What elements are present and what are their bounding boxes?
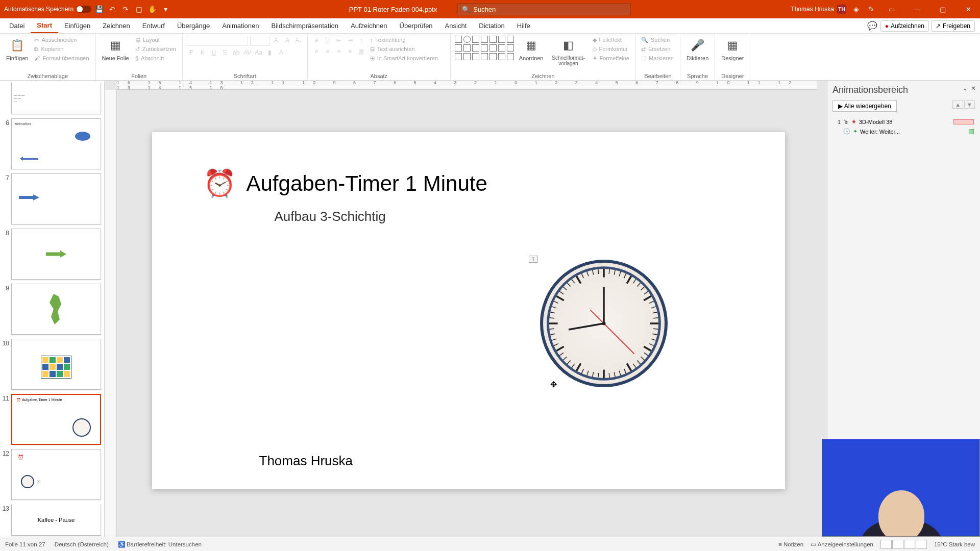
- shape-outline-button[interactable]: ◇ Formkontur: [592, 45, 632, 53]
- reset-button[interactable]: ↺ Zurücksetzen: [134, 45, 178, 53]
- tab-start[interactable]: Start: [31, 18, 58, 33]
- tab-ansicht[interactable]: Ansicht: [439, 18, 473, 33]
- paste-button[interactable]: 📋 Einfügen: [4, 36, 30, 62]
- tab-aufzeichnen[interactable]: Aufzeichnen: [345, 18, 394, 33]
- animpane-close-icon[interactable]: ✕: [971, 85, 976, 92]
- section-button[interactable]: § Abschnitt: [134, 54, 178, 62]
- indent-icon[interactable]: ⇥: [346, 36, 355, 45]
- clock-object[interactable]: 1: [540, 260, 668, 389]
- tab-ueberpruefen[interactable]: Überprüfen: [394, 18, 439, 33]
- replace-button[interactable]: ⇄ Ersetzen: [640, 45, 676, 53]
- case-icon[interactable]: Aa: [254, 48, 263, 57]
- tab-entwurf[interactable]: Entwurf: [136, 18, 171, 33]
- slide-thumb-10[interactable]: [11, 339, 101, 390]
- bullets-icon[interactable]: ≡: [312, 36, 321, 45]
- slide-thumb-12[interactable]: ⏰♡: [11, 449, 101, 500]
- select-button[interactable]: ⬚ Markieren: [640, 54, 676, 62]
- redo-icon[interactable]: ↷: [120, 4, 131, 15]
- slide-thumb-13[interactable]: Kaffee - Pause: [11, 504, 101, 536]
- slide-thumb-7[interactable]: [11, 173, 101, 224]
- play-all-button[interactable]: ▶ Alle wiedergeben: [832, 101, 897, 112]
- language-status[interactable]: Deutsch (Österreich): [55, 541, 109, 547]
- shadow-icon[interactable]: ab: [232, 48, 241, 57]
- ribbon-options-icon[interactable]: ▭: [881, 0, 902, 18]
- shapes-gallery[interactable]: [455, 36, 514, 60]
- underline-icon[interactable]: U: [209, 48, 218, 57]
- quick-styles-button[interactable]: ◧ Schnellformat-vorlagen: [549, 36, 589, 67]
- slide-canvas[interactable]: ⏰ Aufgaben-Timer 1 Minute Aufbau 3-Schic…: [152, 132, 785, 489]
- ruler-vertical[interactable]: [105, 90, 117, 537]
- layout-button[interactable]: ▤ Layout: [134, 36, 178, 44]
- shape-effects-button[interactable]: ✦ Formeffekte: [592, 54, 632, 62]
- maximize-icon[interactable]: ▢: [932, 0, 953, 18]
- tab-datei[interactable]: Datei: [3, 18, 31, 33]
- anim-item-1[interactable]: 1 🖱 ★ 3D-Modell 38: [832, 117, 975, 127]
- minimize-icon[interactable]: —: [906, 0, 928, 18]
- display-settings-button[interactable]: ▭ Anzeigeeinstellungen: [811, 541, 873, 548]
- format-painter-button[interactable]: 🖌 Format übertragen: [33, 54, 91, 62]
- clear-format-icon[interactable]: Aₓ: [294, 36, 303, 45]
- toggle-switch[interactable]: [76, 6, 91, 13]
- slide-thumb-8[interactable]: [11, 229, 101, 280]
- highlight-icon[interactable]: ▮: [265, 48, 275, 57]
- find-button[interactable]: 🔍 Suchen: [640, 36, 676, 44]
- tab-animationen[interactable]: Animationen: [216, 18, 265, 33]
- slide-title[interactable]: Aufgaben-Timer 1 Minute: [247, 171, 487, 196]
- smartart-button[interactable]: ⊞ In SmartArt konvertieren: [369, 54, 440, 62]
- line-spacing-icon[interactable]: ↕: [357, 36, 366, 45]
- filename[interactable]: PPT 01 Roter Faden 004.pptx: [349, 6, 437, 13]
- shape-fill-button[interactable]: ◆ Fülleffekt: [592, 36, 632, 44]
- move-up-icon[interactable]: ▲: [952, 101, 963, 109]
- font-family-input[interactable]: [187, 36, 248, 46]
- autosave-toggle[interactable]: Automatisches Speichern: [4, 6, 91, 13]
- qat-more-icon[interactable]: ▾: [160, 4, 171, 15]
- italic-icon[interactable]: K: [198, 48, 207, 57]
- slide-thumb-9[interactable]: [11, 284, 101, 335]
- font-color-icon[interactable]: A: [277, 48, 286, 57]
- tab-uebergaenge[interactable]: Übergänge: [171, 18, 216, 33]
- slide-subtitle[interactable]: Aufbau 3-Schichtig: [275, 209, 386, 224]
- diamond-icon[interactable]: ◈: [850, 4, 862, 15]
- search-box[interactable]: 🔍 Suchen: [457, 3, 631, 15]
- user-account[interactable]: Thomas Hruska TH: [791, 5, 846, 14]
- strike-icon[interactable]: S: [220, 48, 230, 57]
- tab-dictation[interactable]: Dictation: [473, 18, 511, 33]
- align-left-icon[interactable]: ≡: [312, 47, 321, 56]
- move-down-icon[interactable]: ▼: [964, 101, 975, 109]
- font-size-input[interactable]: [250, 36, 270, 46]
- designer-button[interactable]: ▦ Designer: [719, 36, 746, 62]
- close-icon[interactable]: ✕: [958, 0, 979, 18]
- pen-icon[interactable]: ✎: [866, 4, 877, 15]
- notes-button[interactable]: ≡ Notizen: [778, 541, 803, 547]
- undo-icon[interactable]: ↶: [107, 4, 118, 15]
- comments-icon[interactable]: 💬: [866, 20, 878, 32]
- columns-icon[interactable]: ▥: [357, 47, 366, 56]
- grow-font-icon[interactable]: A: [272, 36, 281, 45]
- present-icon[interactable]: ▢: [133, 4, 144, 15]
- slide-thumb-11[interactable]: ⏰Aufgaben-Timer 1 Minute: [11, 394, 101, 445]
- tab-zeichnen[interactable]: Zeichnen: [96, 18, 136, 33]
- slide-counter[interactable]: Folie 11 von 27: [5, 541, 45, 547]
- align-text-button[interactable]: ⊟ Text ausrichten: [369, 45, 440, 53]
- slide-author[interactable]: Thomas Hruska: [259, 453, 353, 469]
- numbering-icon[interactable]: ≣: [323, 36, 332, 45]
- save-icon[interactable]: 💾: [93, 4, 105, 15]
- slide-thumb-5[interactable]: — — —— ——: [11, 83, 101, 114]
- share-button[interactable]: ↗Freigeben: [931, 20, 975, 32]
- align-center-icon[interactable]: ≡: [323, 47, 332, 56]
- new-slide-button[interactable]: ▦ Neue Folie: [100, 36, 131, 62]
- tab-praesentation[interactable]: Bildschirmpräsentation: [265, 18, 345, 33]
- shrink-font-icon[interactable]: A: [283, 36, 292, 45]
- slide-thumb-6[interactable]: Animation: [11, 118, 101, 169]
- animation-tag[interactable]: 1: [529, 256, 538, 263]
- ruler-horizontal[interactable]: 16 15 14 13 12 11 10 9 8 7 6 5 4 3 2 1 0…: [117, 81, 817, 90]
- bold-icon[interactable]: F: [187, 48, 196, 57]
- accessibility-status[interactable]: ♿ Barrierefreiheit: Untersuchen: [118, 541, 202, 548]
- cut-button[interactable]: ✂ Ausschneiden: [33, 36, 91, 44]
- weather-tray[interactable]: 15°C Stark bew: [934, 541, 975, 547]
- slide-panel[interactable]: — — —— —— 6Animation 7 8 9 10 11⏰Aufgabe…: [0, 81, 105, 537]
- animpane-options-icon[interactable]: ⌄: [963, 85, 968, 92]
- touch-icon[interactable]: ✋: [146, 4, 158, 15]
- record-button[interactable]: ●Aufzeichnen: [880, 20, 929, 32]
- arrange-button[interactable]: ▦ Anordnen: [517, 36, 546, 62]
